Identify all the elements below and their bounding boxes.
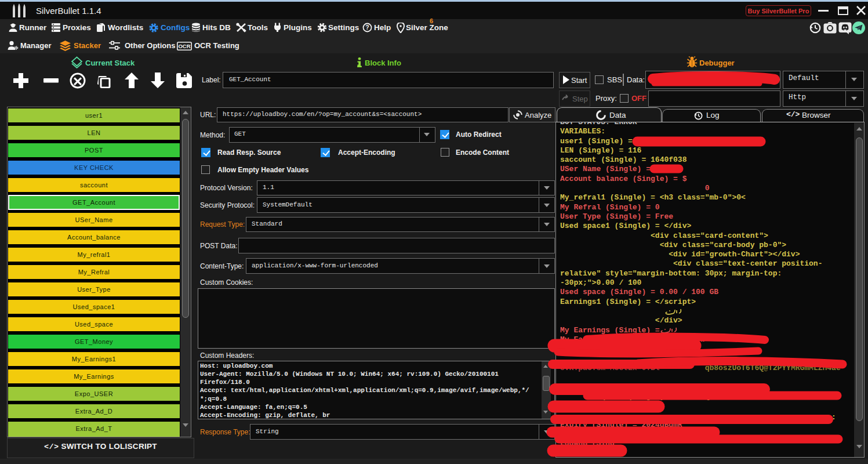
- svg-text:OCR: OCR: [178, 43, 190, 49]
- svg-text:?: ?: [365, 24, 369, 31]
